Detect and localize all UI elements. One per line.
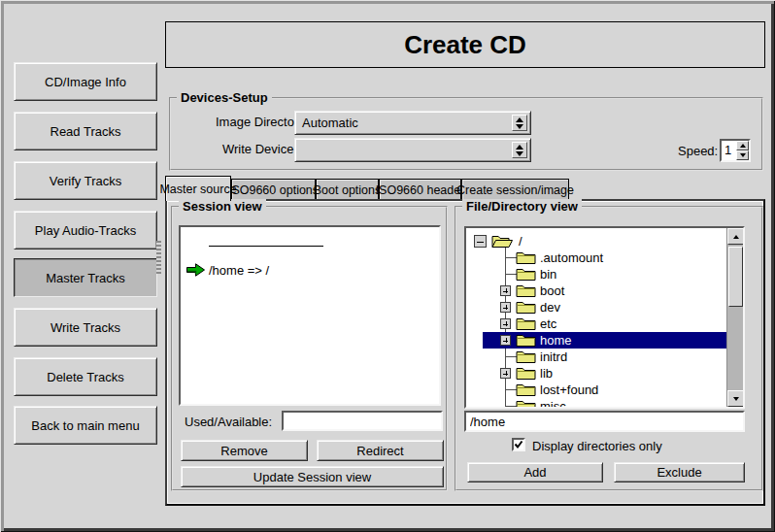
tree-item-lost-found[interactable]: lost+found — [466, 382, 726, 398]
tree-item-label: .automount — [540, 250, 603, 265]
tree-item-bin[interactable]: bin — [466, 266, 726, 283]
tree-item-label: initrd — [540, 349, 567, 364]
tree-item-lib[interactable]: lib — [466, 365, 726, 382]
collapse-icon[interactable] — [474, 235, 487, 248]
dropdown-arrows-icon — [512, 115, 527, 131]
tree-item-label: misc — [540, 399, 566, 409]
tree-scrollbar[interactable] — [726, 228, 743, 407]
spin-down-button[interactable] — [736, 150, 749, 160]
image-directory-value: Automatic — [302, 116, 358, 130]
devices-setup-legend: Devices-Setup — [177, 90, 272, 105]
display-directories-checkbox[interactable] — [512, 438, 525, 451]
update-session-view-button[interactable]: Update Session view — [181, 466, 444, 487]
tree-item-label: etc — [540, 316, 556, 331]
write-device-select[interactable] — [294, 138, 531, 162]
folder-open-icon — [491, 234, 512, 249]
tree-item-misc[interactable]: misc — [466, 398, 726, 409]
write-device-label: Write Device: — [222, 142, 297, 156]
folder-icon — [516, 382, 536, 397]
sidebar-button-cd-image-info[interactable]: CD/Image Info — [14, 62, 157, 101]
sidebar-button-play-audio-tracks[interactable]: Play Audio-Tracks — [14, 211, 157, 249]
folder-icon — [516, 267, 536, 282]
image-directory-select[interactable]: Automatic — [294, 111, 531, 135]
tab-boot-options[interactable]: Boot options — [316, 179, 379, 200]
spin-up-button[interactable] — [736, 141, 749, 150]
sidebar-button-verify-tracks[interactable]: Verify Tracks — [14, 161, 157, 200]
tree-item-label: lost+found — [540, 382, 598, 397]
tree-item-label: / — [519, 234, 522, 249]
speed-label: Speed: — [678, 144, 718, 158]
sidebar-button-delete-tracks[interactable]: Delete Tracks — [14, 357, 157, 396]
tree-item-label: boot — [540, 283, 564, 298]
speed-spinner[interactable]: 1 — [720, 139, 751, 162]
xcdroast-window: CD/Image InfoRead TracksVerify TracksPla… — [0, 0, 775, 532]
tree-item-dev[interactable]: dev — [466, 299, 726, 316]
expand-icon[interactable] — [500, 302, 511, 313]
redirect-button[interactable]: Redirect — [317, 440, 444, 461]
pane-grip[interactable] — [156, 241, 161, 274]
scroll-down-button[interactable] — [727, 390, 744, 407]
sidebar-button-write-tracks[interactable]: Write Tracks — [14, 308, 157, 347]
used-available-input[interactable] — [282, 411, 443, 431]
folder-icon — [516, 316, 536, 331]
folder-icon — [516, 250, 536, 265]
directory-tree[interactable]: /.automountbinbootdevetchomeinitrdliblos… — [464, 226, 745, 409]
folder-icon — [516, 366, 536, 381]
sidebar-button-read-tracks[interactable]: Read Tracks — [14, 112, 157, 150]
session-view-legend: Session view — [179, 199, 266, 214]
tree-item-label: bin — [540, 267, 556, 282]
tree-item-etc[interactable]: etc — [466, 316, 726, 332]
remove-button[interactable]: Remove — [181, 440, 308, 461]
folder-icon — [516, 300, 536, 315]
tree-item-automount[interactable]: .automount — [466, 249, 726, 266]
scroll-up-button[interactable] — [727, 228, 744, 245]
display-directories-label: Display directories only — [532, 439, 662, 453]
tree-item-home[interactable]: home — [466, 332, 726, 349]
used-available-label: Used/Available: — [185, 415, 272, 429]
expand-icon[interactable] — [500, 285, 511, 296]
session-item[interactable]: /home => / — [181, 262, 439, 279]
folder-icon — [516, 399, 536, 409]
check-icon — [514, 440, 523, 449]
session-list[interactable]: /home => / — [179, 225, 441, 406]
tree-item-[interactable]: / — [466, 233, 726, 249]
path-input[interactable] — [464, 411, 745, 432]
expand-icon[interactable] — [500, 318, 511, 329]
folder-icon — [516, 283, 536, 298]
tree-item-label: home — [540, 333, 572, 348]
speed-value: 1 — [724, 143, 731, 157]
tree-item-label: lib — [540, 366, 553, 381]
tab-create-session-image[interactable]: Create session/image — [461, 179, 569, 200]
dropdown-arrows-icon — [512, 142, 527, 158]
tree-item-boot[interactable]: boot — [466, 283, 726, 299]
sidebar-button-back-to-main-menu[interactable]: Back to main menu — [14, 406, 157, 445]
page-title-box: Create CD — [165, 21, 765, 68]
exclude-button[interactable]: Exclude — [614, 462, 745, 482]
tab-iso9660-header[interactable]: ISO9660 header — [379, 179, 461, 200]
expand-icon[interactable] — [500, 368, 511, 379]
tree-item-initrd[interactable]: initrd — [466, 349, 726, 365]
session-item-label: /home => / — [209, 263, 269, 278]
expand-icon[interactable] — [500, 335, 511, 346]
tree-item-label: dev — [540, 300, 560, 315]
scrollbar-thumb[interactable] — [728, 247, 743, 307]
folder-icon — [516, 333, 536, 348]
session-root-line — [209, 246, 323, 247]
tab-master-source[interactable]: Master source — [165, 176, 231, 201]
session-arrow-icon — [185, 262, 206, 282]
tab-iso9660-options[interactable]: ISO9660 options — [231, 179, 316, 200]
page-title: Create CD — [404, 30, 526, 60]
folder-icon — [516, 349, 536, 364]
add-button[interactable]: Add — [467, 462, 603, 482]
file-directory-view-legend: File/Directory view — [462, 199, 582, 214]
sidebar-button-master-tracks[interactable]: Master Tracks — [14, 258, 157, 297]
